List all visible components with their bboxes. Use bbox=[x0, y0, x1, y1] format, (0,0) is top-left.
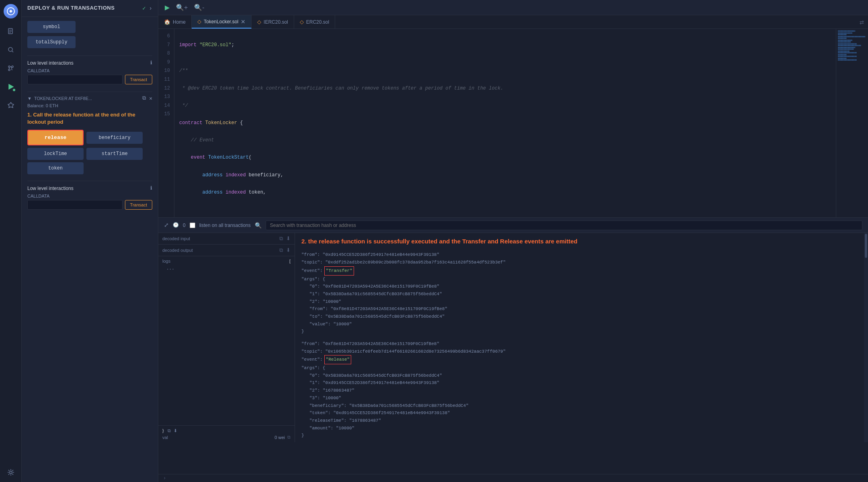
deploy-panel-content: symbol totalSupply Low level interaction… bbox=[22, 17, 158, 214]
tab-tokenlocker[interactable]: ◇ TokenLocker.sol ✕ bbox=[192, 15, 252, 29]
clock-icon: 🕐 bbox=[173, 222, 179, 228]
log1-arg2: "2": "10000" bbox=[309, 299, 341, 304]
sol-icon-1: ◇ bbox=[197, 18, 201, 25]
editor-scroll-icon[interactable]: ⇄ bbox=[860, 18, 868, 27]
log1-topic: "topic": "0xddf252ad1be2c89b09c2b008fc37… bbox=[301, 260, 506, 265]
log2-event-key: "event": bbox=[301, 356, 323, 364]
listen-checkbox[interactable] bbox=[190, 223, 195, 228]
log1-arg0: "0": "0xf8e81D47203A5942A5E36C48e151709F… bbox=[309, 284, 439, 289]
copy-decoded-input-icon[interactable]: ⧉ bbox=[279, 235, 283, 242]
decoded-output-icons: ⧉ ⬇ bbox=[279, 247, 291, 253]
log2-release-time: "releaseTime": "1678863487" bbox=[309, 418, 381, 423]
run-button[interactable]: ▶ bbox=[163, 3, 171, 12]
decoded-input-icons: ⧉ ⬇ bbox=[279, 235, 291, 242]
low-level-title-top: Low level interactions bbox=[27, 60, 74, 66]
deployed-contract-title: TOKENLOCKER AT 0XF8E... bbox=[34, 96, 92, 101]
scrollbar[interactable] bbox=[864, 233, 868, 442]
download-decoded-output-icon[interactable]: ⬇ bbox=[286, 247, 291, 253]
transaction-panel: ⤢ 🕐 0 listen on all transactions 🔍 decod… bbox=[158, 217, 868, 442]
deploy-header-icons: ✓ › bbox=[142, 5, 152, 12]
log2-arg2: "2": "1678863487" bbox=[309, 388, 354, 393]
app-logo bbox=[4, 4, 18, 18]
log2-arg3: "3": "10000" bbox=[309, 396, 341, 400]
code-editor: 6 7 8 9 10 11 12 13 14 15 import "ERC20.… bbox=[158, 29, 868, 474]
calldata-label-bottom: CALLDATA bbox=[27, 194, 152, 198]
beneficiary-button[interactable]: beneficiary bbox=[86, 132, 143, 144]
sol-icon-3: ◇ bbox=[300, 19, 304, 25]
low-level-header-bottom: Low level interactions ℹ bbox=[27, 185, 152, 191]
sidebar-settings-icon[interactable] bbox=[5, 467, 16, 478]
calldata-input-top[interactable] bbox=[27, 75, 123, 84]
zoom-out-button[interactable]: 🔍- bbox=[192, 3, 206, 12]
minimap-content: ████████████████████████ ███████████████… bbox=[836, 29, 868, 63]
copy-icon[interactable]: ⧉ bbox=[142, 95, 146, 102]
svg-point-8 bbox=[12, 66, 13, 67]
bottom-expand[interactable]: › bbox=[158, 474, 868, 482]
tab-home[interactable]: 🏠 Home bbox=[158, 15, 192, 29]
release-button[interactable]: release bbox=[27, 130, 84, 145]
log1-from: "from": "0xd9145CCE52D386f254917e481eB44… bbox=[301, 252, 439, 257]
logs-bracket: [ bbox=[289, 259, 291, 263]
log2-arg1: "1": "0xd9145CCE52D386f254917e481eB44e99… bbox=[309, 380, 439, 385]
tx-toolbar: ⤢ 🕐 0 listen on all transactions 🔍 bbox=[158, 218, 868, 233]
svg-point-7 bbox=[8, 66, 10, 67]
log1-from2: "from": "0xf8e81D47203A5942A5E36C48e1517… bbox=[309, 306, 447, 311]
tx-content: decoded input ⧉ ⬇ decoded output ⧉ bbox=[158, 233, 868, 442]
balance-text: Balance: 0 ETH bbox=[27, 103, 152, 108]
logs-section: logs [ ... bbox=[158, 256, 295, 425]
sidebar-search-icon[interactable] bbox=[5, 44, 16, 55]
download-logs-icon[interactable]: ⬇ bbox=[174, 428, 177, 433]
copy-decoded-output-icon[interactable]: ⧉ bbox=[279, 247, 283, 253]
log-placeholder: ... bbox=[166, 265, 291, 272]
sidebar-plugin-icon[interactable] bbox=[5, 100, 16, 111]
log2-arg0: "0": "0x5B38Da6a701c5685545dCfcB03FcB875… bbox=[309, 373, 442, 378]
close-icon[interactable]: ✕ bbox=[149, 95, 152, 102]
tab-ierc20[interactable]: ◇ IERC20.sol bbox=[252, 15, 294, 29]
decoded-input-section: decoded input ⧉ ⬇ bbox=[158, 233, 295, 245]
sidebar-file-icon[interactable] bbox=[5, 26, 16, 37]
deploy-header: DEPLOY & RUN TRANSACTIONS ✓ › bbox=[22, 0, 158, 17]
log1-arg1: "1": "0x5B38Da6a701c5685545dCfcB03FcB875… bbox=[309, 292, 442, 296]
editor-toolbar: ▶ 🔍+ 🔍- bbox=[158, 0, 868, 15]
log2-beneficiary: "beneficiary": "0x5B38Da6a701c5685545dCf… bbox=[309, 403, 469, 408]
instruction-text: 1. Call the release function at the end … bbox=[27, 111, 152, 126]
copy-logs-icon[interactable]: ⧉ bbox=[168, 428, 171, 433]
low-level-section-bottom: Low level interactions ℹ CALLDATA Transa… bbox=[27, 181, 152, 210]
symbol-button[interactable]: symbol bbox=[27, 21, 76, 33]
total-supply-button[interactable]: totalSupply bbox=[27, 36, 76, 48]
calldata-input-bottom[interactable] bbox=[27, 200, 123, 210]
token-button[interactable]: token bbox=[27, 162, 84, 174]
sidebar-git-icon[interactable] bbox=[5, 63, 16, 74]
copy-val-icon[interactable]: ⧉ bbox=[287, 435, 291, 440]
log1-event-key: "event": bbox=[301, 267, 323, 275]
transact-button-top[interactable]: Transact bbox=[125, 75, 152, 84]
expand-icon[interactable]: › bbox=[149, 5, 152, 12]
home-icon: 🏠 bbox=[164, 19, 170, 25]
log2-args-open: "args": { bbox=[301, 366, 325, 370]
svg-point-12 bbox=[10, 471, 12, 474]
scrollbar-thumb bbox=[865, 234, 867, 258]
code-lines: import "ERC20.sol"; /** * @dev ERC20 tok… bbox=[174, 29, 836, 217]
log2-token: "token": "0xd9145CCE52D386f254917e481eB4… bbox=[309, 411, 450, 415]
svg-point-5 bbox=[8, 47, 12, 51]
tx-search-input[interactable] bbox=[266, 221, 862, 230]
expand-arrow: › bbox=[163, 476, 166, 481]
tx-search-icon[interactable]: 🔍 bbox=[255, 222, 262, 229]
val-section: } ⧉ ⬇ val 0 wei ⧉ bbox=[158, 425, 295, 442]
tab-tokenlocker-label: TokenLocker.sol bbox=[204, 19, 238, 25]
start-time-button[interactable]: startTime bbox=[86, 148, 143, 160]
lock-time-button[interactable]: lockTime bbox=[27, 148, 84, 160]
log1-value: "value": "10000" bbox=[309, 322, 352, 327]
expand-tx-icon[interactable]: ⤢ bbox=[164, 222, 169, 229]
download-decoded-input-icon[interactable]: ⬇ bbox=[286, 235, 291, 242]
transact-button-bottom[interactable]: Transact bbox=[125, 200, 152, 210]
calldata-row-bottom: Transact bbox=[27, 200, 152, 210]
deploy-badge bbox=[12, 88, 16, 92]
tab-erc20[interactable]: ◇ ERC20.sol bbox=[294, 15, 335, 29]
tab-tokenlocker-close[interactable]: ✕ bbox=[241, 18, 246, 25]
sidebar-deploy-icon[interactable] bbox=[5, 81, 16, 92]
tx-right: 2. the release function is successfully … bbox=[295, 233, 864, 442]
deploy-panel: DEPLOY & RUN TRANSACTIONS ✓ › symbol tot… bbox=[22, 0, 158, 482]
zoom-in-button[interactable]: 🔍+ bbox=[174, 3, 189, 12]
log1-to: "to": "0x5B38Da6a701c5685545dCfcB03FcB87… bbox=[309, 314, 445, 319]
